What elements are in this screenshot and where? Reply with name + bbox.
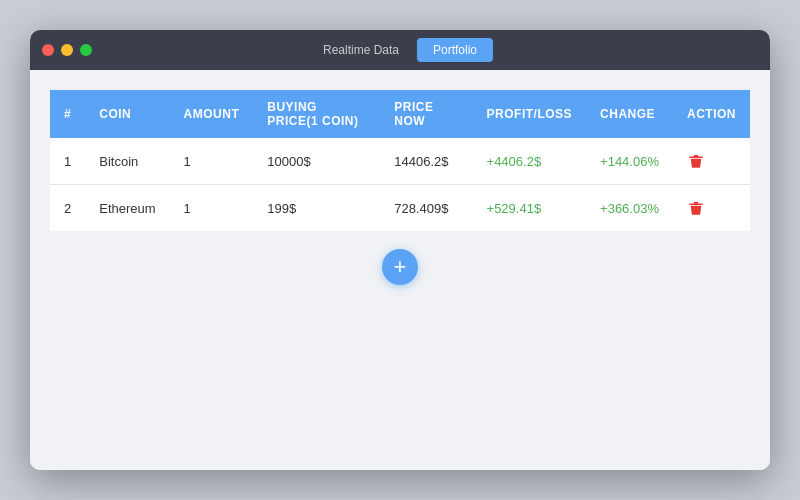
row2-num: 2 [50, 185, 85, 232]
row2-buying-price: 199$ [253, 185, 380, 232]
col-change: CHANGE [586, 90, 673, 138]
col-price-now: PRICE NOW [380, 90, 472, 138]
row1-num: 1 [50, 138, 85, 185]
row2-change: +366.03% [586, 185, 673, 232]
table-body: 1 Bitcoin 1 10000$ 14406.2$ +4406.2$ +14… [50, 138, 750, 231]
row1-profit: +4406.2$ [473, 138, 587, 185]
col-amount: AMOUNT [170, 90, 254, 138]
add-row-container: + [50, 249, 750, 285]
col-coin: COIN [85, 90, 169, 138]
close-button[interactable] [42, 44, 54, 56]
trash-icon [687, 152, 705, 170]
col-num: # [50, 90, 85, 138]
row2-action [673, 185, 750, 232]
col-buying-price: BUYING PRICE(1 COIN) [253, 90, 380, 138]
row1-amount: 1 [170, 138, 254, 185]
table-row: 2 Ethereum 1 199$ 728.409$ +529.41$ +366… [50, 185, 750, 232]
row2-profit: +529.41$ [473, 185, 587, 232]
row1-coin: Bitcoin [85, 138, 169, 185]
tab-portfolio[interactable]: Portfolio [417, 38, 493, 62]
tab-bar: Realtime Data Portfolio [307, 38, 493, 62]
trash-icon [687, 199, 705, 217]
traffic-lights [42, 44, 92, 56]
table-row: 1 Bitcoin 1 10000$ 14406.2$ +4406.2$ +14… [50, 138, 750, 185]
row2-delete-button[interactable] [687, 199, 705, 217]
add-coin-button[interactable]: + [382, 249, 418, 285]
tab-realtime[interactable]: Realtime Data [307, 38, 415, 62]
row1-action [673, 138, 750, 185]
col-action: ACTION [673, 90, 750, 138]
table-header: # COIN AMOUNT BUYING PRICE(1 COIN) PRICE… [50, 90, 750, 138]
row2-coin: Ethereum [85, 185, 169, 232]
app-window: Realtime Data Portfolio # COIN AMOUNT BU… [30, 30, 770, 470]
col-profit-loss: PROFIT/LOSS [473, 90, 587, 138]
row1-change: +144.06% [586, 138, 673, 185]
portfolio-table: # COIN AMOUNT BUYING PRICE(1 COIN) PRICE… [50, 90, 750, 231]
row2-amount: 1 [170, 185, 254, 232]
titlebar: Realtime Data Portfolio [30, 30, 770, 70]
row2-price-now: 728.409$ [380, 185, 472, 232]
row1-delete-button[interactable] [687, 152, 705, 170]
main-content: # COIN AMOUNT BUYING PRICE(1 COIN) PRICE… [30, 70, 770, 470]
row1-price-now: 14406.2$ [380, 138, 472, 185]
minimize-button[interactable] [61, 44, 73, 56]
row1-buying-price: 10000$ [253, 138, 380, 185]
maximize-button[interactable] [80, 44, 92, 56]
